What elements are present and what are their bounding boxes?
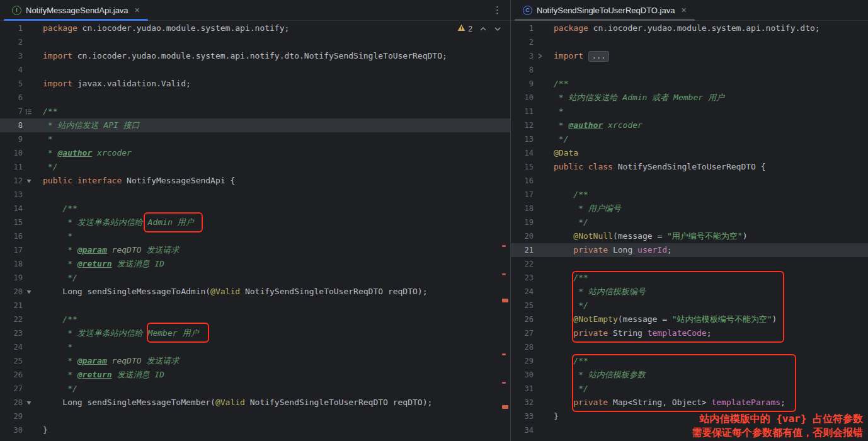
inspections-widget[interactable]: 2 — [457, 24, 501, 33]
line-number[interactable]: 31 — [511, 382, 534, 396]
line-number[interactable]: 1 — [0, 21, 23, 35]
code-text[interactable]: */ — [35, 382, 510, 396]
line-number[interactable]: 13 — [0, 188, 23, 202]
code-line[interactable]: 22 /** — [0, 312, 510, 326]
code-line[interactable]: 15public class NotifySendSingleToUserReq… — [511, 160, 868, 174]
code-text[interactable]: /** — [35, 202, 510, 215]
code-text[interactable]: * @param reqDTO 发送请求 — [35, 243, 510, 257]
close-icon[interactable]: × — [681, 5, 686, 15]
line-number[interactable]: 28 — [511, 340, 534, 354]
line-number[interactable]: 19 — [0, 271, 23, 285]
line-number[interactable]: 12 — [0, 174, 23, 188]
code-text[interactable]: @NotEmpty(message = "站内信模板编号不能为空") — [545, 312, 868, 326]
code-line[interactable]: 14@Data — [511, 146, 868, 160]
code-text[interactable]: import cn.iocoder.yudao.module.system.ap… — [35, 49, 510, 63]
code-line-current[interactable]: 21 private Long userId; — [511, 243, 868, 257]
code-line[interactable]: 22 — [511, 257, 868, 271]
prev-problem-icon[interactable] — [479, 26, 487, 32]
error-stripe-mark[interactable] — [502, 245, 506, 247]
implemented-marker-icon[interactable] — [23, 174, 35, 188]
code-line[interactable]: 33} — [511, 410, 868, 423]
line-number[interactable]: 30 — [0, 423, 23, 437]
error-stripe-mark[interactable] — [502, 273, 506, 275]
line-number[interactable]: 2 — [511, 35, 534, 49]
code-text[interactable] — [545, 423, 868, 437]
code-text[interactable]: */ — [545, 299, 868, 312]
code-line[interactable]: 10 * 站内信发送给 Admin 或者 Member 用户 — [511, 91, 868, 105]
line-number[interactable]: 22 — [0, 312, 23, 326]
code-text[interactable]: /** — [35, 312, 510, 326]
code-line[interactable]: 31 */ — [511, 382, 868, 396]
code-text[interactable]: * @author xrcoder — [545, 118, 868, 132]
code-text[interactable]: */ — [35, 271, 510, 285]
line-number[interactable]: 1 — [511, 21, 534, 35]
code-line[interactable]: 8 — [511, 63, 868, 77]
code-line[interactable]: 16 * — [0, 229, 510, 243]
code-text[interactable] — [545, 63, 868, 77]
line-number[interactable]: 9 — [511, 77, 534, 91]
code-text[interactable]: * @author xrcoder — [35, 146, 510, 160]
line-number[interactable]: 16 — [511, 174, 534, 188]
line-number[interactable]: 27 — [0, 382, 23, 396]
code-line[interactable]: 16 — [511, 174, 868, 188]
code-line[interactable]: 13 */ — [511, 132, 868, 146]
line-number[interactable]: 3 — [511, 49, 534, 63]
code-text[interactable] — [545, 257, 868, 271]
code-line[interactable]: 26 * @return 发送消息 ID — [0, 368, 510, 382]
code-line[interactable]: 7/** — [0, 105, 510, 118]
code-line[interactable]: 30} — [0, 423, 510, 437]
code-line[interactable]: 18 * @return 发送消息 ID — [0, 257, 510, 271]
line-number[interactable]: 24 — [511, 285, 534, 299]
code-line[interactable]: 32 private Map<String, Object> templateP… — [511, 396, 868, 410]
line-number[interactable]: 4 — [0, 63, 23, 77]
code-text[interactable]: * — [545, 105, 868, 118]
line-number[interactable]: 16 — [0, 229, 23, 243]
code-line[interactable]: 12 * @author xrcoder — [511, 118, 868, 132]
code-text[interactable]: @NotNull(message = "用户编号不能为空") — [545, 229, 868, 243]
line-number[interactable]: 7 — [0, 105, 23, 118]
code-text[interactable]: Long sendSingleMessageToAdmin(@Valid Not… — [35, 285, 510, 299]
line-number[interactable]: 28 — [0, 396, 23, 410]
code-text[interactable]: /** — [545, 188, 868, 202]
line-number[interactable]: 18 — [0, 257, 23, 271]
code-text[interactable]: } — [545, 410, 868, 423]
code-text[interactable]: * 站内信模板编号 — [545, 285, 868, 299]
code-text[interactable]: * @return 发送消息 ID — [35, 368, 510, 382]
code-text[interactable]: } — [35, 423, 510, 437]
error-stripe-mark[interactable] — [502, 299, 508, 302]
code-text[interactable]: public class NotifySendSingleToUserReqDT… — [545, 160, 868, 174]
tab-notifysendsingletouserreqdto[interactable]: C NotifySendSingleToUserReqDTO.java × — [515, 0, 695, 20]
code-text[interactable]: * 站内信发送 API 接口 — [35, 118, 510, 132]
editor-right[interactable]: 1package cn.iocoder.yudao.module.system.… — [511, 20, 868, 441]
code-line[interactable]: 6 — [0, 91, 510, 105]
code-line[interactable]: 25 */ — [511, 299, 868, 312]
next-problem-icon[interactable] — [494, 26, 501, 32]
code-text[interactable]: * @param reqDTO 发送请求 — [35, 354, 510, 368]
line-number[interactable]: 29 — [511, 354, 534, 368]
code-line[interactable]: 21 — [0, 299, 510, 312]
code-text[interactable] — [35, 188, 510, 202]
line-number[interactable]: 25 — [511, 299, 534, 312]
code-text[interactable]: private Map<String, Object> templatePara… — [545, 396, 868, 410]
code-line-current[interactable]: 8 * 站内信发送 API 接口 — [0, 118, 510, 132]
code-line[interactable]: 29 /** — [511, 354, 868, 368]
code-line[interactable]: 2 — [511, 35, 868, 49]
line-number[interactable]: 2 — [0, 35, 23, 49]
code-text[interactable]: package cn.iocoder.yudao.module.system.a… — [545, 21, 868, 35]
code-text[interactable]: * 发送单条站内信给 Member 用户 — [35, 326, 510, 340]
line-number[interactable]: 15 — [511, 160, 534, 174]
line-number[interactable]: 14 — [0, 202, 23, 215]
code-text[interactable]: * 用户编号 — [545, 202, 868, 215]
line-number[interactable]: 34 — [511, 423, 534, 437]
code-text[interactable] — [35, 35, 510, 49]
line-number[interactable]: 11 — [0, 160, 23, 174]
code-line[interactable]: 29 — [0, 410, 510, 423]
code-text[interactable] — [545, 340, 868, 354]
code-text[interactable]: * 站内信模板参数 — [545, 368, 868, 382]
code-text[interactable] — [35, 410, 510, 423]
code-text[interactable]: @Data — [545, 146, 868, 160]
line-number[interactable]: 20 — [511, 229, 534, 243]
line-number[interactable]: 22 — [511, 257, 534, 271]
line-number[interactable]: 30 — [511, 368, 534, 382]
code-line[interactable]: 3import ... — [511, 49, 868, 63]
